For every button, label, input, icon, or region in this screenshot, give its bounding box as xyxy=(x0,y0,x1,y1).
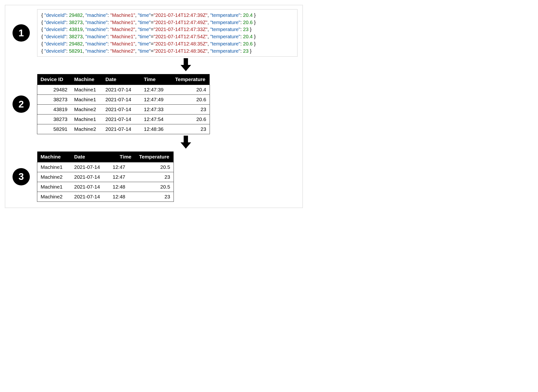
table-row: Machine12021-07-1412:4720.5 xyxy=(37,162,174,172)
parsed-table: Device ID Machine Date Time Temperature … xyxy=(37,74,210,134)
cell-date: 2021-07-14 xyxy=(71,172,109,182)
json-line: { "deviceId": 29482, "machine": "Machine… xyxy=(41,40,293,47)
step-2-badge: 2 xyxy=(13,95,30,113)
cell-device-id: 29482 xyxy=(37,85,71,95)
json-events-box: { "deviceId": 29482, "machine": "Machine… xyxy=(37,9,298,57)
table-row: 29482Machine12021-07-1412:47:3920.4 xyxy=(37,85,210,95)
diagram-frame: 1 { "deviceId": 29482, "machine": "Machi… xyxy=(5,5,303,208)
table-1-wrap: Device ID Machine Date Time Temperature … xyxy=(37,74,210,134)
cell-machine: Machine1 xyxy=(71,85,102,95)
table-row: Machine22021-07-1412:4823 xyxy=(37,192,174,202)
cell-time: 12:48 xyxy=(109,182,136,192)
cell-temperature: 20.5 xyxy=(136,182,174,192)
cell-device-id: 58291 xyxy=(37,124,71,134)
step-3-number: 3 xyxy=(19,171,24,182)
cell-machine: Machine1 xyxy=(37,162,71,172)
cell-device-id: 43819 xyxy=(37,105,71,114)
step-1-badge: 1 xyxy=(13,24,30,42)
cell-machine: Machine2 xyxy=(37,192,71,202)
cell-time: 12:47 xyxy=(109,172,136,182)
json-line: { "deviceId": 38273, "machine": "Machine… xyxy=(41,33,293,40)
table-row: Machine22021-07-1412:4723 xyxy=(37,172,174,182)
cell-time: 12:47:49 xyxy=(141,95,172,105)
cell-machine: Machine1 xyxy=(37,182,71,192)
cell-date: 2021-07-14 xyxy=(102,114,141,124)
th-temperature: Temperature xyxy=(172,74,210,85)
cell-temperature: 23 xyxy=(136,172,174,182)
cell-temperature: 23 xyxy=(172,105,210,114)
cell-temperature: 20.5 xyxy=(136,162,174,172)
th-machine: Machine xyxy=(71,74,102,85)
cell-temperature: 23 xyxy=(136,192,174,202)
json-line: { "deviceId": 58291, "machine": "Machine… xyxy=(41,47,293,55)
json-line: { "deviceId": 29482, "machine": "Machine… xyxy=(41,12,293,19)
cell-temperature: 20.6 xyxy=(172,95,210,105)
cell-time: 12:47:54 xyxy=(141,114,172,124)
aggregated-table: Machine Date Time Temperature Machine120… xyxy=(37,152,174,202)
table-2-wrap: Machine Date Time Temperature Machine120… xyxy=(37,152,174,202)
cell-machine: Machine1 xyxy=(71,114,102,124)
cell-time: 12:47:33 xyxy=(141,105,172,114)
step-2-row: 2 Device ID Machine Date Time Temperatur… xyxy=(13,74,298,134)
cell-temperature: 23 xyxy=(172,124,210,134)
th2-time: Time xyxy=(109,152,136,162)
cell-date: 2021-07-14 xyxy=(102,105,141,114)
arrow-2-wrap xyxy=(13,136,298,150)
cell-time: 12:48:36 xyxy=(141,124,172,134)
step-3-badge: 3 xyxy=(13,168,30,185)
table-row: Machine12021-07-1412:4820.5 xyxy=(37,182,174,192)
cell-temperature: 20.6 xyxy=(172,114,210,124)
cell-date: 2021-07-14 xyxy=(71,192,109,202)
cell-time: 12:47:39 xyxy=(141,85,172,95)
th-date: Date xyxy=(102,74,141,85)
th2-temperature: Temperature xyxy=(136,152,174,162)
cell-temperature: 20.4 xyxy=(172,85,210,95)
cell-date: 2021-07-14 xyxy=(102,95,141,105)
table-row: 43819Machine22021-07-1412:47:3323 xyxy=(37,105,210,114)
json-line: { "deviceId": 38273, "machine": "Machine… xyxy=(41,19,293,26)
th-time: Time xyxy=(141,74,172,85)
cell-machine: Machine2 xyxy=(71,124,102,134)
table-row: 38273Machine12021-07-1412:47:4920.6 xyxy=(37,95,210,105)
table-row: 58291Machine22021-07-1412:48:3623 xyxy=(37,124,210,134)
cell-date: 2021-07-14 xyxy=(102,85,141,95)
table-row: 38273Machine12021-07-1412:47:5420.6 xyxy=(37,114,210,124)
step-3-row: 3 Machine Date Time Temperature Machine1… xyxy=(13,152,298,202)
json-line: { "deviceId": 43819, "machine": "Machine… xyxy=(41,26,293,33)
arrow-down-icon xyxy=(181,58,191,73)
arrow-down-icon xyxy=(181,136,191,150)
step-1-row: 1 { "deviceId": 29482, "machine": "Machi… xyxy=(13,9,298,57)
cell-time: 12:48 xyxy=(109,192,136,202)
cell-date: 2021-07-14 xyxy=(71,162,109,172)
cell-device-id: 38273 xyxy=(37,95,71,105)
th2-date: Date xyxy=(71,152,109,162)
step-2-number: 2 xyxy=(19,99,24,110)
th-device-id: Device ID xyxy=(37,74,71,85)
cell-machine: Machine2 xyxy=(71,105,102,114)
cell-date: 2021-07-14 xyxy=(102,124,141,134)
th2-machine: Machine xyxy=(37,152,71,162)
cell-device-id: 38273 xyxy=(37,114,71,124)
step-1-number: 1 xyxy=(19,28,24,38)
cell-machine: Machine2 xyxy=(37,172,71,182)
arrow-1-wrap xyxy=(13,58,298,73)
cell-time: 12:47 xyxy=(109,162,136,172)
cell-date: 2021-07-14 xyxy=(71,182,109,192)
cell-machine: Machine1 xyxy=(71,95,102,105)
